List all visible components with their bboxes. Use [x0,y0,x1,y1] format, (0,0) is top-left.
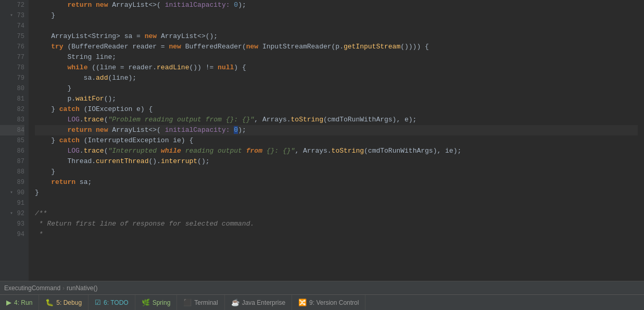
bottom-toolbar: ▶ 4: Run 🐛 5: Debug ☑ 6: TODO 🌿 Spring ⬛… [0,294,644,310]
code-line-86: LOG.trace("Interrupted while reading out… [35,146,638,156]
code-line-85: } catch (InterruptedException ie) { [35,135,638,146]
code-line-82: } catch (IOException e) { [35,104,638,115]
gutter-94: 94 [0,229,24,240]
code-line-93: * Return first line of response for sele… [35,219,638,229]
gutter-74: 74 [0,21,24,31]
gutter-88: 88 [0,167,24,177]
gutter-90: ▾90 [0,188,24,198]
code-content[interactable]: return new ArrayList<>( initialCapacity:… [29,0,644,281]
code-line-73: } [35,10,638,21]
code-line-75: ArrayList<String> sa = new ArrayList<>()… [35,31,638,42]
code-line-74 [35,21,638,31]
breadcrumb-method: runNative() [67,284,97,292]
breadcrumb-separator: › [62,284,65,292]
run-tool-button[interactable]: ▶ 4: Run [0,295,39,310]
gutter-79: 79 [0,73,24,83]
code-line-76: try (BufferedReader reader = new Buffere… [35,42,638,52]
code-line-81: p.waitFor(); [35,94,638,104]
code-line-87: Thread.currentThread().interrupt(); [35,156,638,167]
debug-label: 5: Debug [56,299,82,306]
spring-icon: 🌿 [142,299,150,306]
gutter-92: ▾92 [0,208,24,219]
code-line-72: return new ArrayList<>( initialCapacity:… [35,0,638,10]
java-label: Java Enterprise [242,299,285,306]
code-line-84: return new ArrayList<>( initialCapacity:… [35,125,638,135]
gutter-78: 78 [0,63,24,73]
breadcrumb-file: ExecutingCommand [4,284,60,292]
terminal-tool-button[interactable]: ⬛ Terminal [177,295,224,310]
debug-tool-button[interactable]: 🐛 5: Debug [39,295,89,310]
todo-label: 6: TODO [104,299,129,306]
code-line-89: return sa; [35,177,638,188]
spring-tool-button[interactable]: 🌿 Spring [135,295,178,310]
code-line-83: LOG.trace("Problem reading output from {… [35,115,638,125]
code-line-80: } [35,83,638,94]
gutter-84: 84 [0,125,24,135]
code-line-77: String line; [35,52,638,63]
gutter-80: 80 [0,83,24,94]
gutter-76: 76 [0,42,24,52]
gutter-81: 81 [0,94,24,104]
breadcrumb-bar: ExecutingCommand › runNative() [0,281,644,294]
gutter-72: 72 [0,0,24,10]
vcs-icon: 🔀 [298,299,307,306]
terminal-label: Terminal [194,299,218,306]
java-icon: ☕ [231,299,239,306]
run-label: 4: Run [14,299,32,306]
gutter-75: 75 [0,31,24,42]
line-numbers: 72 ▾73 74 75 76 77 78 79 80 81 82 83 84 … [0,0,29,281]
todo-icon: ☑ [95,299,101,306]
spring-label: Spring [153,299,171,306]
gutter-87: 87 [0,156,24,167]
code-line-91 [35,198,638,208]
java-enterprise-tool-button[interactable]: ☕ Java Enterprise [225,295,292,310]
vcs-tool-button[interactable]: 🔀 9: Version Control [292,295,365,310]
gutter-89: 89 [0,177,24,188]
gutter-77: 77 [0,52,24,63]
gutter-83: 83 [0,115,24,125]
gutter-86: 86 [0,146,24,156]
vcs-label: 9: Version Control [309,299,359,306]
code-line-79: sa.add(line); [35,73,638,83]
code-line-78: while ((line = reader.readLine()) != nul… [35,63,638,73]
run-icon: ▶ [6,299,11,306]
gutter-85: 85 [0,135,24,146]
code-editor: 72 ▾73 74 75 76 77 78 79 80 81 82 83 84 … [0,0,644,281]
todo-tool-button[interactable]: ☑ 6: TODO [89,295,135,310]
gutter-82: 82 [0,104,24,115]
gutter-93: 93 [0,219,24,229]
code-line-94: * [35,229,638,240]
debug-icon: 🐛 [45,299,54,306]
gutter-91: 91 [0,198,24,208]
gutter-73: ▾73 [0,10,24,21]
terminal-icon: ⬛ [183,299,192,306]
code-line-88: } [35,167,638,177]
code-line-90: } [35,188,638,198]
code-line-92: /** [35,208,638,219]
